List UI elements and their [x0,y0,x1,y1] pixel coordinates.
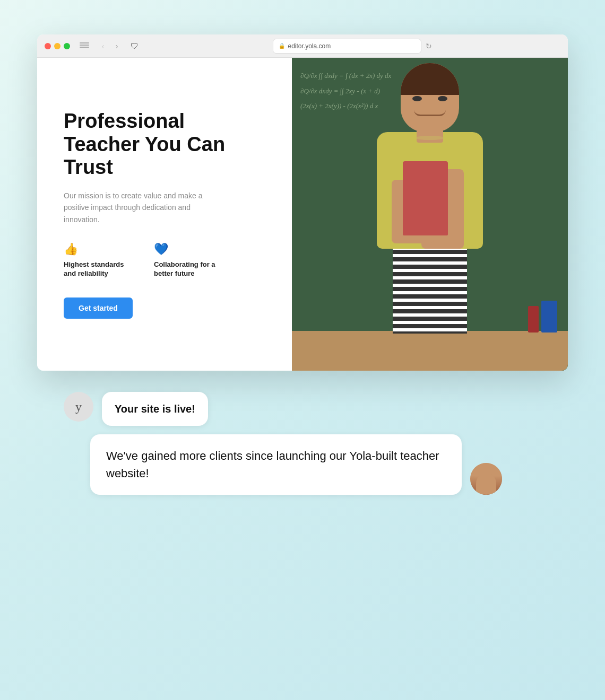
close-button[interactable] [45,43,51,49]
hero-right: ∂Q/∂x ∫∫ dxdy = ∫ (dx + 2x) dy dx ∂Q/∂x … [292,58,568,371]
chat-row-1: y Your site is live! [64,392,541,426]
forward-button[interactable]: › [111,41,122,51]
hero-left: Professional Teacher You Can Trust Our m… [37,58,292,371]
hero-description: Our mission is to create value and make … [64,190,212,225]
chat-section: y Your site is live! We've gained more c… [37,387,568,500]
minimize-button[interactable] [54,43,60,49]
desk-item-2 [528,306,539,332]
get-started-button[interactable]: Get started [64,298,133,319]
website-content: Professional Teacher You Can Trust Our m… [37,58,568,371]
desk-item [541,301,557,332]
feature-label-1: Highest standards and reliability [64,260,133,278]
necklace [416,136,445,140]
lock-icon: 🔒 [279,43,285,49]
heart-icon: 💙 [154,242,223,256]
yola-avatar: y [64,392,93,422]
browser-nav: ‹ › [98,41,122,51]
reload-icon[interactable]: ↻ [426,42,432,50]
address-bar-wrapper: 🔒 editor.yola.com ↻ [144,39,560,54]
teacher-photo: ∂Q/∂x ∫∫ dxdy = ∫ (dx + 2x) dy dx ∂Q/∂x … [292,58,568,371]
chat-bubble-2: We've gained more clients since launchin… [90,434,462,495]
hero-title: Professional Teacher You Can Trust [64,110,265,179]
shield-icon: 🛡 [131,41,139,50]
user-avatar-photo [470,463,502,495]
feature-icons-row: 👍 Highest standards and reliability 💙 Co… [64,242,265,278]
chat-bubble-1-text: Your site is live! [115,403,195,415]
maximize-button[interactable] [64,43,70,49]
desk [292,331,568,371]
url-text: editor.yola.com [288,42,331,50]
browser-window: ‹ › 🛡 🔒 editor.yola.com ↻ Professional T… [37,34,568,371]
chat-row-2: We've gained more clients since launchin… [64,434,541,495]
feature-item-1: 👍 Highest standards and reliability [64,242,133,278]
feature-item-2: 💙 Collaborating for a better future [154,242,223,278]
traffic-lights [45,43,70,49]
eye-left [412,96,422,101]
eye-right [438,96,447,101]
browser-toolbar: ‹ › 🛡 🔒 editor.yola.com ↻ [37,34,568,58]
book [403,161,448,235]
head [401,63,459,132]
chat-bubble-2-text: We've gained more clients since launchin… [106,449,439,480]
back-button[interactable]: ‹ [98,41,108,51]
sidebar-toggle-icon[interactable] [80,42,89,50]
chat-bubble-1: Your site is live! [102,392,208,426]
address-bar[interactable]: 🔒 editor.yola.com [273,39,421,54]
page-wrapper: ‹ › 🛡 🔒 editor.yola.com ↻ Professional T… [21,24,584,676]
avatar-face [476,472,496,495]
thumbs-up-icon: 👍 [64,242,133,256]
smile [414,110,446,116]
feature-label-2: Collaborating for a better future [154,260,223,278]
